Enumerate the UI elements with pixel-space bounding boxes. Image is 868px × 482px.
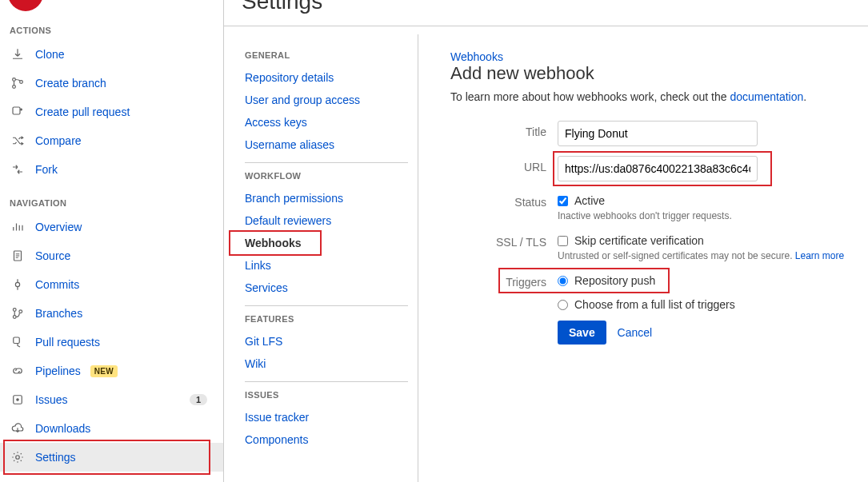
shuffle-icon bbox=[10, 133, 26, 149]
url-label: URL bbox=[450, 156, 558, 173]
sidebar-action-create-branch[interactable]: Create branch bbox=[0, 69, 223, 98]
sidebar-action-label: Clone bbox=[35, 48, 65, 61]
settings-nav-issue-tracker[interactable]: Issue tracker bbox=[245, 406, 408, 428]
sidebar-nav-overview[interactable]: Overview bbox=[0, 213, 223, 241]
gear-icon bbox=[10, 449, 26, 465]
save-button[interactable]: Save bbox=[558, 321, 606, 345]
ssl-label: SSL / TLS bbox=[450, 231, 558, 249]
skip-cert-checkbox[interactable] bbox=[558, 236, 568, 246]
settings-nav-wiki[interactable]: Wiki bbox=[245, 353, 408, 375]
settings-nav-username-aliases[interactable]: Username aliases bbox=[245, 133, 408, 156]
sidebar-nav-label: Branches bbox=[35, 307, 82, 320]
url-input[interactable] bbox=[558, 156, 758, 181]
sidebar-nav-label: Settings bbox=[35, 451, 76, 464]
svg-point-6 bbox=[13, 309, 16, 312]
settings-group-heading: ISSUES bbox=[245, 381, 408, 406]
settings-group-heading: GENERAL bbox=[245, 42, 408, 66]
sidebar-action-create-pr[interactable]: Create pull request bbox=[0, 98, 223, 126]
sidebar-action-label: Compare bbox=[35, 134, 82, 147]
ssl-help-prefix: Untrusted or self-signed certificates ma… bbox=[558, 250, 795, 261]
sidebar-action-fork[interactable]: Fork bbox=[0, 155, 223, 184]
svg-point-7 bbox=[13, 316, 16, 319]
trigger-push-radio[interactable] bbox=[558, 276, 568, 286]
actions-heading: ACTIONS bbox=[0, 11, 223, 40]
settings-group-heading: WORKFLOW bbox=[245, 162, 408, 187]
navigation-heading: NAVIGATION bbox=[0, 184, 223, 213]
settings-nav-components[interactable]: Components bbox=[245, 428, 408, 451]
fork-icon bbox=[10, 161, 26, 177]
svg-point-11 bbox=[17, 399, 18, 400]
settings-nav-access-keys[interactable]: Access keys bbox=[245, 111, 408, 133]
sidebar-nav-source[interactable]: Source bbox=[0, 241, 223, 270]
triggers-label: Triggers bbox=[450, 271, 558, 289]
svg-point-2 bbox=[20, 81, 23, 84]
settings-nav-default-reviewers[interactable]: Default reviewers bbox=[245, 209, 408, 232]
branch-create-icon bbox=[10, 75, 26, 91]
sidebar-action-clone[interactable]: Clone bbox=[0, 40, 223, 69]
status-help-text: Inactive webhooks don't trigger requests… bbox=[558, 210, 855, 221]
svg-point-8 bbox=[19, 310, 22, 313]
settings-group-heading: FEATURES bbox=[245, 305, 408, 330]
sidebar-action-label: Create branch bbox=[35, 77, 106, 90]
title-label: Title bbox=[450, 121, 558, 138]
breadcrumb[interactable]: Webhooks bbox=[450, 50, 503, 63]
settings-nav-repo-details[interactable]: Repository details bbox=[245, 66, 408, 89]
sidebar-nav-label: Overview bbox=[35, 221, 82, 233]
settings-nav-user-group-access[interactable]: User and group access bbox=[245, 89, 408, 111]
settings-nav-branch-permissions[interactable]: Branch permissions bbox=[245, 187, 408, 209]
sidebar-nav-issues[interactable]: Issues 1 bbox=[0, 385, 223, 414]
svg-rect-3 bbox=[13, 107, 20, 114]
content-intro: To learn more about how webhooks work, c… bbox=[450, 90, 855, 103]
sidebar-nav-pull-requests[interactable]: Pull requests bbox=[0, 328, 223, 357]
sidebar-nav-pipelines[interactable]: Pipelines NEW bbox=[0, 357, 223, 385]
sidebar-nav-label: Commits bbox=[35, 278, 79, 291]
content-pane: Webhooks Add new webhook To learn more a… bbox=[418, 34, 868, 482]
title-input[interactable] bbox=[558, 121, 758, 146]
documentation-link[interactable]: documentation bbox=[730, 90, 803, 103]
sidebar-nav-settings[interactable]: Settings bbox=[0, 443, 223, 472]
intro-suffix: . bbox=[803, 90, 806, 103]
content-title: Add new webhook bbox=[450, 63, 855, 84]
svg-rect-9 bbox=[14, 337, 20, 344]
sidebar-nav-commits[interactable]: Commits bbox=[0, 270, 223, 299]
settings-nav-git-lfs[interactable]: Git LFS bbox=[245, 330, 408, 353]
commit-icon bbox=[10, 277, 26, 293]
highlight-box bbox=[3, 440, 210, 475]
status-label: Status bbox=[450, 191, 558, 209]
settings-nav-webhooks[interactable]: Webhooks bbox=[245, 232, 408, 254]
learn-more-link[interactable]: Learn more bbox=[795, 250, 844, 261]
settings-nav-label: Webhooks bbox=[245, 237, 302, 249]
sidebar-action-label: Fork bbox=[35, 163, 58, 176]
repo-avatar bbox=[8, 0, 43, 11]
count-badge: 1 bbox=[190, 394, 207, 405]
sidebar-action-label: Create pull request bbox=[35, 106, 130, 118]
skip-cert-label: Skip certificate verification bbox=[574, 234, 704, 247]
settings-nav: GENERAL Repository details User and grou… bbox=[224, 26, 418, 482]
active-checkbox[interactable] bbox=[558, 196, 568, 206]
pr-create-icon bbox=[10, 104, 26, 120]
trigger-push-label: Repository push bbox=[574, 274, 655, 287]
bars-icon bbox=[10, 219, 26, 235]
sidebar: ACTIONS Clone Create branch Create pull … bbox=[0, 0, 224, 482]
page-title: Settings bbox=[224, 0, 868, 26]
sidebar-nav-label: Source bbox=[35, 249, 70, 262]
cloud-download-icon bbox=[10, 420, 26, 436]
trigger-full-radio[interactable] bbox=[558, 300, 568, 310]
sidebar-nav-label: Pull requests bbox=[35, 336, 100, 349]
sidebar-nav-branches[interactable]: Branches bbox=[0, 299, 223, 328]
settings-nav-services[interactable]: Services bbox=[245, 277, 408, 299]
intro-text: To learn more about how webhooks work, c… bbox=[450, 90, 730, 103]
branch-icon bbox=[10, 305, 26, 321]
document-icon bbox=[10, 248, 26, 264]
cancel-button[interactable]: Cancel bbox=[610, 321, 661, 345]
sidebar-action-compare[interactable]: Compare bbox=[0, 126, 223, 155]
square-dot-icon bbox=[10, 392, 26, 408]
new-badge: NEW bbox=[90, 365, 118, 377]
settings-nav-links[interactable]: Links bbox=[245, 254, 408, 277]
svg-point-0 bbox=[13, 78, 16, 82]
svg-point-5 bbox=[15, 282, 19, 286]
sidebar-nav-label: Issues bbox=[35, 393, 67, 406]
trigger-full-label: Choose from a full list of triggers bbox=[574, 298, 735, 311]
sidebar-nav-downloads[interactable]: Downloads bbox=[0, 414, 223, 443]
active-checkbox-label: Active bbox=[574, 194, 605, 207]
